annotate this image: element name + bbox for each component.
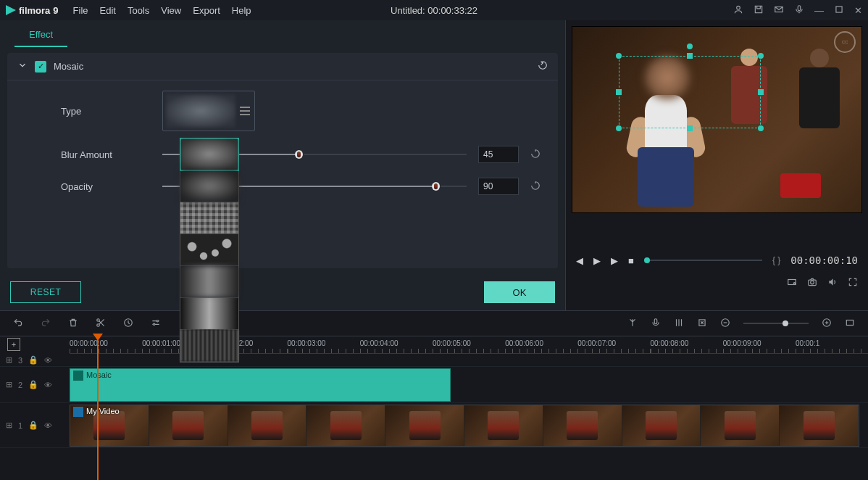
playhead[interactable] <box>97 336 99 480</box>
blur-option[interactable] <box>180 234 238 266</box>
blur-reset-icon[interactable] <box>530 149 541 161</box>
video-preview[interactable]: CC <box>572 26 862 213</box>
app-logo: filmora9 <box>6 5 59 16</box>
track-2: ⊞2🔒👁 Mosaic <box>0 367 868 403</box>
blur-option[interactable] <box>180 138 238 170</box>
time-tick: 00:00:09:00 <box>723 336 796 353</box>
effect-clip-icon <box>73 371 83 381</box>
maximize-icon[interactable] <box>834 4 844 17</box>
fit-icon[interactable] <box>845 318 855 330</box>
track-body[interactable]: My Video <box>70 403 868 447</box>
menu-items: File Edit Tools View Export Help <box>73 5 251 16</box>
next-frame-icon[interactable]: ▶ <box>593 255 601 266</box>
settings-icon[interactable] <box>151 318 161 330</box>
playback-controls: ◀ ▶ ▶ ■ { } 00:00:00:10 <box>566 249 868 271</box>
rotate-handle[interactable] <box>687 44 693 49</box>
zoom-slider[interactable] <box>743 323 809 324</box>
time-tick: 00:00:07:00 <box>577 336 650 353</box>
quality-icon[interactable] <box>787 277 797 289</box>
svg-point-12 <box>157 320 158 321</box>
resize-handle[interactable] <box>616 125 622 131</box>
delete-icon[interactable] <box>68 318 78 330</box>
lock-icon[interactable]: 🔒 <box>28 380 38 389</box>
resize-handle[interactable] <box>758 53 764 59</box>
video-clip[interactable]: My Video <box>70 405 859 447</box>
opacity-label: Opacity <box>61 181 162 192</box>
mosaic-clip[interactable]: Mosaic <box>70 368 451 402</box>
undo-icon[interactable] <box>13 318 23 330</box>
time-tick: 00:00:05:00 <box>433 336 505 353</box>
zoom-out-icon[interactable] <box>720 318 730 330</box>
blur-option[interactable] <box>180 266 238 298</box>
collapse-icon[interactable] <box>17 60 28 73</box>
lock-icon[interactable]: 🔒 <box>28 421 38 430</box>
fullscreen-icon[interactable] <box>848 277 858 289</box>
reset-effect-icon[interactable] <box>538 60 548 73</box>
resize-handle[interactable] <box>616 89 622 95</box>
marker-icon[interactable] <box>123 318 133 330</box>
mixer-icon[interactable] <box>674 318 684 330</box>
menu-view[interactable]: View <box>161 5 181 16</box>
range-brackets[interactable]: { } <box>772 255 780 265</box>
effect-name: Mosaic <box>54 61 83 72</box>
prev-frame-icon[interactable]: ◀ <box>576 255 583 266</box>
blur-type-dropdown <box>180 138 239 363</box>
enable-effect-checkbox[interactable]: ✓ <box>35 61 46 73</box>
snapshot-icon[interactable] <box>807 277 817 289</box>
redo-icon[interactable] <box>41 318 51 330</box>
crop-icon[interactable] <box>697 318 707 330</box>
lock-icon[interactable]: 🔒 <box>28 355 38 365</box>
blur-value-input[interactable] <box>478 146 519 163</box>
reset-button[interactable]: RESET <box>10 281 81 303</box>
svg-rect-18 <box>846 320 853 325</box>
tab-effect[interactable]: Effect <box>14 23 67 47</box>
volume-icon[interactable] <box>827 277 838 289</box>
account-icon[interactable] <box>733 4 743 17</box>
voiceover-icon[interactable] <box>651 318 661 330</box>
split-icon[interactable] <box>96 318 106 330</box>
blur-option[interactable] <box>180 170 238 202</box>
add-track-button[interactable]: + <box>7 338 20 351</box>
playback-scrubber[interactable] <box>644 260 762 261</box>
clip-label: Mosaic <box>86 371 112 379</box>
ok-button[interactable]: OK <box>484 281 555 303</box>
marker2-icon[interactable] <box>627 318 638 330</box>
save-icon[interactable] <box>754 4 764 17</box>
mail-icon[interactable] <box>774 4 784 17</box>
list-icon <box>238 105 251 117</box>
resize-handle[interactable] <box>758 89 764 95</box>
resize-handle[interactable] <box>687 125 693 131</box>
menu-export[interactable]: Export <box>193 5 220 16</box>
menu-tools[interactable]: Tools <box>128 5 149 16</box>
preview-timecode: 00:00:00:10 <box>790 255 858 266</box>
visibility-icon[interactable]: 👁 <box>44 356 52 365</box>
play-icon[interactable]: ▶ <box>611 255 618 266</box>
visibility-icon[interactable]: 👁 <box>44 381 52 389</box>
timeline: + 00:00:00:00 00:00:01:00 00:00:02:00 00… <box>0 336 868 448</box>
clip-label: My Video <box>86 407 120 415</box>
svg-rect-3 <box>798 5 801 10</box>
resize-handle[interactable] <box>687 53 693 59</box>
menu-file[interactable]: File <box>73 5 88 16</box>
visibility-icon[interactable]: 👁 <box>44 421 52 430</box>
stop-icon[interactable]: ■ <box>628 255 634 266</box>
zoom-in-icon[interactable] <box>822 318 832 330</box>
opacity-reset-icon[interactable] <box>530 181 541 193</box>
resize-handle[interactable] <box>758 125 764 131</box>
opacity-value-input[interactable] <box>478 178 519 195</box>
blur-option[interactable] <box>180 330 238 362</box>
blur-option[interactable] <box>180 202 238 234</box>
track-body[interactable]: Mosaic <box>70 367 868 402</box>
minimize-icon[interactable]: — <box>814 5 824 16</box>
type-label: Type <box>61 106 162 117</box>
selection-box[interactable] <box>619 56 761 128</box>
mic-icon[interactable] <box>794 4 804 17</box>
type-selector[interactable] <box>162 91 255 131</box>
track-type-icon: ⊞ <box>6 380 12 389</box>
menu-help[interactable]: Help <box>232 5 251 16</box>
track-type-icon: ⊞ <box>6 421 12 430</box>
close-icon[interactable]: ✕ <box>854 5 862 16</box>
menu-edit[interactable]: Edit <box>100 5 116 16</box>
blur-option[interactable] <box>180 298 238 330</box>
resize-handle[interactable] <box>616 53 622 59</box>
